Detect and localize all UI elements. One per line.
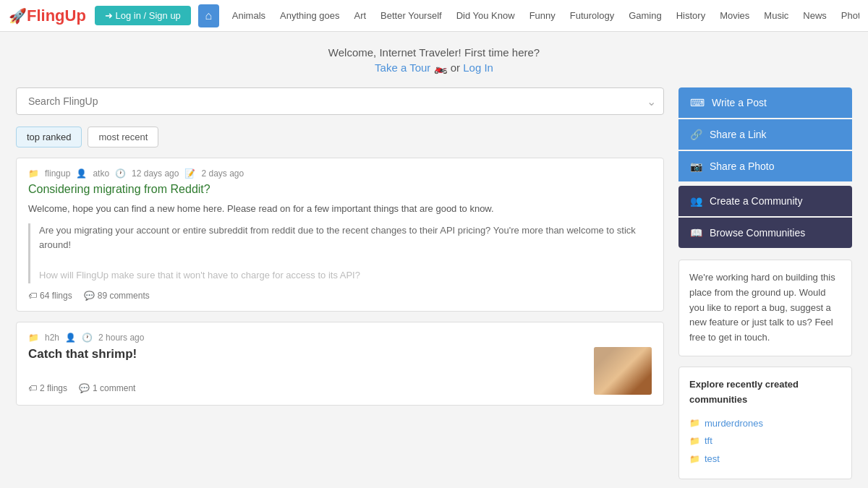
post-body: Welcome, hope you can find a new home he… (28, 202, 652, 216)
community-link-murderdrones[interactable]: 📁murderdrones (689, 415, 841, 433)
nav-link-music[interactable]: Music (757, 7, 796, 24)
home-button[interactable]: ⌂ (198, 4, 219, 27)
book-icon: 📖 (690, 227, 702, 239)
folder-icon: 📁 (689, 416, 700, 430)
welcome-message: Welcome, Internet Traveler! First time h… (16, 46, 852, 59)
post-community: flingup (45, 168, 70, 179)
comment2-icon: 💬 (79, 383, 90, 393)
post2-author-icon: 👤 (65, 333, 76, 343)
or-text: or (451, 61, 460, 74)
group-icon: 👥 (690, 195, 702, 207)
content-area: ⌄ top ranked most recent 📁 flingup 👤 atk… (16, 87, 852, 488)
post-actions: 🏷 64 flings 💬 89 comments (28, 291, 652, 301)
comments-count: 💬 89 comments (84, 291, 150, 301)
action-buttons: ⌨ Write a Post 🔗 Share a Link 📷 Share a … (678, 87, 852, 249)
post2-community-icon: 📁 (28, 333, 39, 343)
post2-comments: 💬 1 comment (79, 383, 135, 393)
create-community-button[interactable]: 👥 Create a Community (678, 186, 852, 216)
tab-most-recent[interactable]: most recent (88, 127, 158, 147)
write-post-button[interactable]: ⌨ Write a Post (678, 87, 852, 118)
camera-icon: 📷 (690, 160, 702, 172)
search-input[interactable] (24, 88, 647, 114)
main-container: Welcome, Internet Traveler! First time h… (7, 32, 861, 488)
keyboard-icon: ⌨ (690, 97, 705, 108)
nav-link-funny[interactable]: Funny (522, 7, 563, 24)
chevron-down-icon: ⌄ (647, 95, 656, 108)
folder-icon: 📁 (689, 435, 700, 448)
community-link-tft[interactable]: 📁tft (689, 432, 841, 450)
post-quote: Are you migrating your account or entire… (28, 223, 652, 283)
logo-up: Up (65, 7, 86, 25)
post-author-icon: 👤 (76, 168, 87, 179)
post-with-image: Catch that shrimp! 🏷 2 flings 💬 1 commen… (28, 347, 652, 395)
take-tour-link[interactable]: Take a Tour 🏍️ (375, 61, 447, 74)
shrimp-image (594, 347, 652, 395)
write-post-label: Write a Post (712, 97, 767, 108)
browse-communities-label: Browse Communities (710, 227, 805, 239)
nav-link-did-you-know[interactable]: Did You Know (449, 7, 522, 24)
share-photo-button[interactable]: 📷 Share a Photo (678, 151, 852, 181)
login-link[interactable]: Log In (463, 61, 493, 74)
post2-actions: 🏷 2 flings 💬 1 comment (28, 383, 137, 393)
logo: 🚀 FlingUp (9, 7, 86, 25)
post2-content: Catch that shrimp! 🏷 2 flings 💬 1 commen… (28, 347, 137, 393)
browse-communities-button[interactable]: 📖 Browse Communities (678, 218, 852, 248)
nav-link-movies[interactable]: Movies (712, 7, 757, 24)
info-text: We're working hard on building this plac… (689, 270, 841, 346)
nav-link-anything-goes[interactable]: Anything goes (273, 7, 346, 24)
post-card-2: 📁 h2h 👤 🕐 2 hours ago Catch that shrimp!… (16, 322, 664, 406)
logo-text: FlingUp (27, 7, 86, 25)
post-time2: 2 days ago (201, 168, 244, 179)
community-list: 📁murderdrones📁tft📁test (689, 415, 841, 468)
post-thumbnail (594, 347, 652, 395)
comment-icon: 💬 (84, 291, 95, 301)
login-icon: ➜ (105, 10, 113, 21)
nav-link-news[interactable]: News (796, 7, 834, 24)
post-meta-2: 📁 h2h 👤 🕐 2 hours ago (28, 333, 652, 343)
post-edit-icon: 📝 (184, 168, 195, 179)
logo-rocket-icon: 🚀 (9, 7, 27, 25)
post2-title[interactable]: Catch that shrimp! (28, 347, 137, 361)
search-bar: ⌄ (16, 87, 664, 115)
login-label: Log in / Sign up (116, 10, 181, 21)
header: 🚀 FlingUp ➜ Log in / Sign up ⌂ AnimalsAn… (0, 0, 868, 32)
nav-link-gaming[interactable]: Gaming (621, 7, 669, 24)
nav-link-futurology[interactable]: Futurology (563, 7, 621, 24)
community-link-test[interactable]: 📁test (689, 450, 841, 468)
explore-card: Explore recently created communities 📁mu… (678, 367, 852, 479)
link-icon: 🔗 (690, 129, 702, 140)
post2-flings: 🏷 2 flings (28, 383, 67, 393)
fling2-icon: 🏷 (28, 383, 37, 393)
post-author: atko (93, 168, 109, 179)
nav-link-better-yourself[interactable]: Better Yourself (373, 7, 449, 24)
nav-link-history[interactable]: History (669, 7, 712, 24)
flings-count: 🏷 64 flings (28, 291, 72, 301)
share-link-button[interactable]: 🔗 Share a Link (678, 119, 852, 150)
post2-time: 2 hours ago (98, 333, 144, 343)
logo-fling: Fling (27, 7, 65, 25)
tabs: top ranked most recent (16, 127, 664, 147)
nav-link-art[interactable]: Art (346, 7, 373, 24)
post2-community: h2h (45, 333, 59, 343)
nav-links: AnimalsAnything goesArtBetter YourselfDi… (225, 7, 859, 24)
login-signup-button[interactable]: ➜ Log in / Sign up (95, 6, 191, 25)
folder-icon: 📁 (689, 453, 700, 466)
share-photo-label: Share a Photo (710, 160, 775, 172)
post-meta: 📁 flingup 👤 atko 🕐 12 days ago 📝 2 days … (28, 168, 652, 179)
post2-clock-icon: 🕐 (82, 333, 93, 343)
fling-icon: 🏷 (28, 291, 37, 301)
post-title[interactable]: Considering migrating from Reddit? (28, 183, 652, 196)
info-card: We're working hard on building this plac… (678, 260, 852, 356)
main-column: ⌄ top ranked most recent 📁 flingup 👤 atk… (16, 87, 664, 488)
post-clock-icon: 🕐 (115, 168, 126, 179)
nav-link-animals[interactable]: Animals (225, 7, 273, 24)
nav-link-photos[interactable]: Photos (834, 7, 859, 24)
post-time1: 12 days ago (132, 168, 179, 179)
post-card: 📁 flingup 👤 atko 🕐 12 days ago 📝 2 days … (16, 158, 664, 312)
create-community-label: Create a Community (710, 195, 802, 207)
tab-top-ranked[interactable]: top ranked (16, 127, 82, 147)
share-link-label: Share a Link (710, 129, 767, 140)
post-community-icon: 📁 (28, 168, 39, 179)
sidebar: ⌨ Write a Post 🔗 Share a Link 📷 Share a … (678, 87, 852, 488)
explore-title: Explore recently created communities (689, 377, 841, 408)
